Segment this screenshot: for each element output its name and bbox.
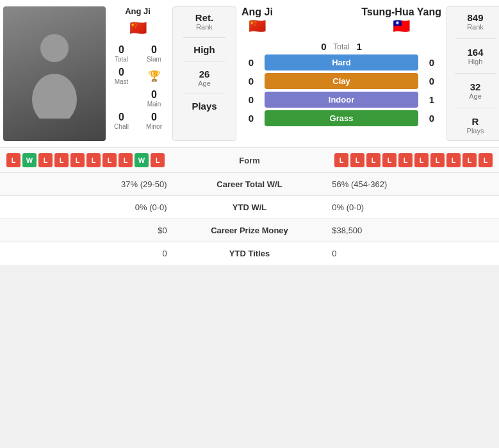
left-player-name: Ang Ji <box>125 6 151 16</box>
right-badge-9: L <box>479 153 493 167</box>
stat-label-cell: Career Prize Money <box>175 219 325 242</box>
svg-point-0 <box>40 34 69 62</box>
left-stat-cell: $0 <box>0 219 175 242</box>
right-header: Tsung-Hua Yang 🇹🇼 <box>361 6 441 37</box>
right-badge-7: L <box>446 153 461 167</box>
left-stat-mast: 0 Mast <box>108 67 135 85</box>
hard-left-score: 0 <box>241 57 261 68</box>
left-high: High <box>193 44 215 55</box>
hard-button[interactable]: Hard <box>265 54 418 71</box>
left-rank: Ret. Rank <box>195 12 213 31</box>
right-badge-1: L <box>350 153 364 167</box>
indoor-row: 0 Indoor 1 <box>241 92 441 108</box>
stat-label-cell: YTD Titles <box>175 242 325 265</box>
center-left-name: Ang Ji <box>241 6 273 18</box>
left-total-score: 0 <box>314 41 333 52</box>
right-rank-box: 849 Rank 164 High 32 Age R Plays <box>446 6 499 141</box>
divider5 <box>455 73 496 74</box>
divider1 <box>183 37 225 38</box>
right-badge-6: L <box>430 153 445 167</box>
right-stat-cell: 0% (0-0) <box>324 196 499 219</box>
clay-button[interactable]: Clay <box>265 73 418 89</box>
left-stat-main: 0 Main <box>141 89 167 108</box>
left-player-flag: 🇨🇳 <box>129 20 147 37</box>
clay-right-score: 0 <box>422 76 441 87</box>
left-stat-total: 0 Total <box>108 44 135 63</box>
right-plays: R Plays <box>467 116 484 135</box>
total-score-row: 0 Total 1 <box>314 41 368 52</box>
grass-right-score: 0 <box>422 113 441 124</box>
right-stat-cell: $38,500 <box>324 219 499 242</box>
indoor-right-score: 1 <box>422 94 441 105</box>
hard-row: 0 Hard 0 <box>241 54 441 71</box>
right-stat-cell: 0 <box>324 242 499 265</box>
right-badge-0: L <box>334 153 348 167</box>
right-rank: 849 Rank <box>467 12 484 31</box>
right-form-badges: L L L L L L L L L L <box>275 153 493 167</box>
left-age: 26 Age <box>198 69 211 87</box>
form-label: Form <box>224 156 275 165</box>
left-badge-9: L <box>151 153 165 167</box>
center-section: Ang Ji 🇨🇳 Tsung-Hua Yang 🇹🇼 0 Total 1 0 <box>239 6 444 141</box>
right-total-score: 1 <box>350 41 369 52</box>
center-left-flag: 🇨🇳 <box>249 18 266 35</box>
left-stat-cell: 0% (0-0) <box>0 196 175 219</box>
left-stat-chall: 0 Chall <box>108 112 135 130</box>
clay-left-score: 0 <box>241 76 261 87</box>
left-stat-minor: 0 Minor <box>141 112 167 130</box>
right-badge-3: L <box>382 153 397 167</box>
grass-button[interactable]: Grass <box>265 110 418 126</box>
left-badge-8: W <box>135 153 149 167</box>
right-age: 32 Age <box>469 81 482 100</box>
left-badge-0: L <box>6 153 20 167</box>
clay-row: 0 Clay 0 <box>241 73 441 89</box>
center-right-flag: 🇹🇼 <box>393 18 410 35</box>
left-rank-box: Ret. Rank High 26 Age Plays <box>172 6 236 141</box>
trophy-icon-left: 🏆 <box>141 67 167 85</box>
right-badge-5: L <box>414 153 429 167</box>
left-badge-1: W <box>22 153 37 167</box>
player-names-row: Ang Ji 🇨🇳 Tsung-Hua Yang 🇹🇼 <box>241 6 441 37</box>
left-player-photo <box>3 6 106 141</box>
divider3 <box>183 94 225 94</box>
left-stat-slam: 0 Slam <box>141 44 167 63</box>
stat-label-cell: Career Total W/L <box>175 173 325 196</box>
stat-label-cell: YTD W/L <box>175 196 325 219</box>
table-row: 0 YTD Titles 0 <box>0 242 499 265</box>
left-stat-cell: 37% (29-50) <box>0 173 175 196</box>
right-high: 164 High <box>467 47 483 65</box>
table-row: $0 Career Prize Money $38,500 <box>0 219 499 242</box>
divider4 <box>455 38 496 39</box>
svg-point-1 <box>32 74 77 119</box>
center-right-name: Tsung-Hua Yang <box>361 6 441 18</box>
player-section: Ang Ji 🇨🇳 0 Total 0 Slam 0 Mast 🏆 <box>0 0 499 147</box>
stats-table: 37% (29-50) Career Total W/L 56% (454-36… <box>0 172 499 265</box>
left-stats-grid: 0 Total 0 Slam 0 Mast 🏆 0 Main <box>108 44 167 130</box>
right-badge-8: L <box>462 153 477 167</box>
table-row: 0% (0-0) YTD W/L 0% (0-0) <box>0 196 499 219</box>
left-badge-5: L <box>86 153 101 167</box>
left-badge-4: L <box>70 153 85 167</box>
right-badge-4: L <box>398 153 413 167</box>
divider6 <box>455 108 496 108</box>
left-badge-3: L <box>54 153 69 167</box>
hard-right-score: 0 <box>422 57 441 68</box>
right-stat-cell: 56% (454-362) <box>324 173 499 196</box>
indoor-left-score: 0 <box>241 94 261 105</box>
left-badge-6: L <box>102 153 117 167</box>
total-label: Total <box>333 42 349 51</box>
divider2 <box>183 62 225 62</box>
form-section: L W L L L L L L W L Form L L L L L L L L… <box>0 147 499 172</box>
right-badge-2: L <box>366 153 380 167</box>
left-stat-cell: 0 <box>0 242 175 265</box>
main-container: Ang Ji 🇨🇳 0 Total 0 Slam 0 Mast 🏆 <box>0 0 499 265</box>
left-badge-2: L <box>38 153 53 167</box>
grass-row: 0 Grass 0 <box>241 110 441 126</box>
grass-left-score: 0 <box>241 113 261 124</box>
left-header: Ang Ji 🇨🇳 <box>241 6 273 37</box>
surface-rows: 0 Hard 0 0 Clay 0 0 Indoor 1 0 Grass <box>241 54 441 129</box>
left-badge-7: L <box>119 153 133 167</box>
left-player-stats: Ang Ji 🇨🇳 0 Total 0 Slam 0 Mast 🏆 <box>106 6 170 141</box>
indoor-button[interactable]: Indoor <box>265 92 418 108</box>
table-row: 37% (29-50) Career Total W/L 56% (454-36… <box>0 173 499 196</box>
